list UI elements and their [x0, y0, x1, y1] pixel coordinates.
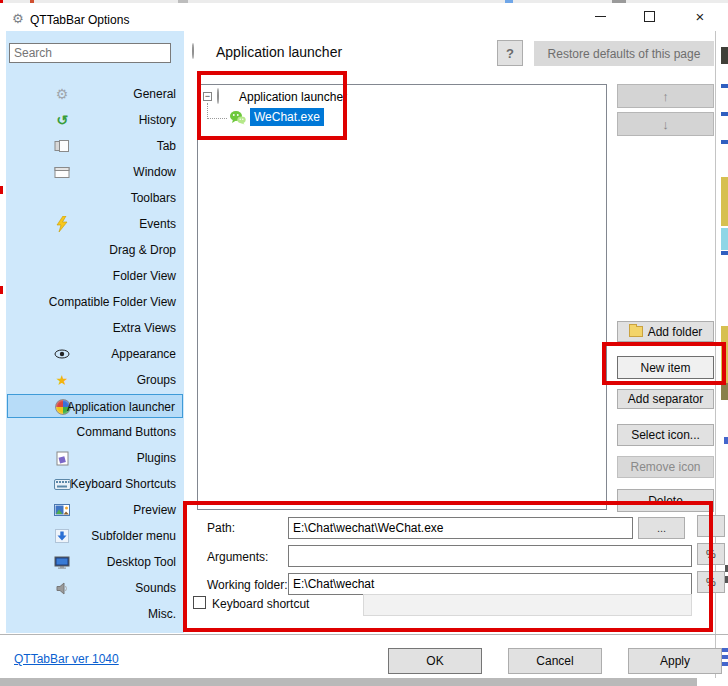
qttabbar-options-window: ⚙ QTTabBar Options × ⚙ General ↺ History…: [0, 0, 728, 686]
sidebar-item-preview[interactable]: Preview: [7, 498, 183, 522]
app-gear-icon: ⚙: [12, 11, 24, 26]
select-icon-button[interactable]: Select icon...: [617, 424, 714, 446]
page-title: Application launcher: [216, 44, 342, 60]
window-minimize-button[interactable]: [584, 3, 616, 29]
background-fragment: [721, 383, 728, 400]
down-arrow-icon: ↓: [662, 117, 669, 132]
browse-button[interactable]: ...: [638, 517, 685, 539]
speaker-icon: [51, 576, 73, 600]
search-input[interactable]: [9, 43, 171, 63]
sidebar-item-general[interactable]: ⚙ General: [7, 82, 183, 106]
background-fragment: [721, 251, 728, 255]
background-fragment: [721, 655, 728, 659]
keyboard-shortcut-label: Keyboard shortcut: [212, 597, 309, 611]
keyboard-shortcut-checkbox[interactable]: [193, 596, 206, 609]
sidebar-item-sounds[interactable]: Sounds: [7, 576, 183, 600]
tab-icon: [51, 134, 73, 158]
background-fragment: [721, 326, 728, 383]
delete-button[interactable]: Delete: [617, 489, 714, 512]
path-label: Path:: [207, 521, 235, 535]
sidebar-item-groups[interactable]: ★ Groups: [7, 368, 183, 392]
sidebar-item-desktop-tool[interactable]: Desktop Tool: [7, 550, 183, 574]
window-title: QTTabBar Options: [30, 13, 129, 27]
sidebar-item-folder-view[interactable]: Folder View: [7, 264, 183, 288]
folder-icon: [629, 326, 643, 337]
minimize-icon: [595, 16, 606, 17]
title-bar: ⚙ QTTabBar Options: [0, 3, 728, 31]
new-item-button[interactable]: New item: [617, 356, 714, 379]
sidebar-item-toolbars[interactable]: Toolbars: [7, 186, 183, 210]
up-arrow-icon: ↑: [662, 89, 669, 104]
eye-icon: [51, 342, 73, 366]
preview-image-icon: [51, 498, 73, 522]
ok-button[interactable]: OK: [388, 648, 482, 674]
working-folder-input[interactable]: [288, 573, 692, 595]
add-separator-button[interactable]: Add separator: [617, 389, 714, 409]
background-fragment: [721, 177, 728, 226]
tree-root-label[interactable]: Application launcher: [239, 90, 347, 104]
arguments-label: Arguments:: [207, 550, 268, 564]
close-icon: ×: [696, 9, 705, 24]
background-fragment: [724, 437, 728, 444]
keyboard-shortcut-input[interactable]: [363, 594, 692, 616]
sidebar-item-keyboard-shortcuts[interactable]: Keyboard Shortcuts: [7, 472, 183, 496]
working-folder-percent-button[interactable]: %: [697, 571, 725, 593]
apply-button[interactable]: Apply: [628, 648, 722, 674]
background-fragment: [721, 84, 728, 88]
tree-connector: [207, 103, 209, 119]
restore-defaults-button[interactable]: Restore defaults of this page: [534, 41, 714, 66]
sidebar-item-tab[interactable]: Tab: [7, 134, 183, 158]
sidebar-item-misc[interactable]: Misc.: [7, 602, 183, 626]
arguments-percent-button[interactable]: %: [697, 543, 725, 565]
red-annotation-tick: [0, 186, 3, 194]
maximize-icon: [644, 11, 655, 22]
sidebar-item-events[interactable]: Events: [7, 212, 183, 236]
background-fragment: [721, 47, 728, 64]
path-input[interactable]: [288, 517, 633, 539]
star-icon: ★: [51, 368, 73, 392]
cancel-button[interactable]: Cancel: [508, 648, 602, 674]
window-close-button[interactable]: ×: [684, 3, 716, 29]
background-fragment: [721, 112, 728, 116]
history-icon: ↺: [51, 108, 73, 132]
path-dot-button[interactable]: .: [697, 515, 725, 537]
add-folder-button[interactable]: Add folder: [617, 321, 714, 342]
tree-root-pie-icon: [217, 89, 219, 103]
background-fragment: [721, 662, 728, 666]
sidebar-item-application-launcher[interactable]: Application launcher: [7, 394, 183, 418]
plugin-icon: [51, 446, 73, 470]
sidebar-item-subfolder-menu[interactable]: Subfolder menu: [7, 524, 183, 548]
sidebar-item-history[interactable]: ↺ History: [7, 108, 183, 132]
tree-expander-icon[interactable]: −: [203, 92, 212, 101]
sidebar-item-appearance[interactable]: Appearance: [7, 342, 183, 366]
sidebar-item-extra-views[interactable]: Extra Views: [7, 316, 183, 340]
launcher-tree-panel[interactable]: [197, 84, 607, 510]
background-window-sliver-bottom: [0, 678, 697, 686]
gear-icon: ⚙: [51, 82, 73, 106]
page-launcher-pie-icon: [192, 44, 194, 58]
sidebar-item-command-buttons[interactable]: Command Buttons: [7, 420, 183, 444]
help-button[interactable]: ?: [497, 40, 523, 66]
remove-icon-button[interactable]: Remove icon: [617, 456, 714, 478]
version-link[interactable]: QTTabBar ver 1040: [14, 652, 119, 666]
window-maximize-button[interactable]: [633, 3, 665, 29]
footer-divider: [0, 634, 728, 635]
arguments-input[interactable]: [288, 545, 692, 567]
window-icon: [51, 160, 73, 184]
working-folder-label: Working folder:: [207, 578, 287, 592]
sidebar-item-plugins[interactable]: Plugins: [7, 446, 183, 470]
tree-connector: [208, 118, 227, 120]
monitor-icon: [51, 550, 73, 574]
wechat-icon: [229, 110, 246, 128]
lightning-icon: [51, 212, 73, 236]
background-fragment: [721, 648, 728, 652]
sidebar-item-drag-drop[interactable]: Drag & Drop: [7, 238, 183, 262]
sidebar-item-window[interactable]: Window: [7, 160, 183, 184]
move-up-button[interactable]: ↑: [617, 84, 714, 108]
down-arrow-icon: [51, 524, 73, 548]
red-annotation-tick: [0, 286, 3, 294]
tree-item-wechat[interactable]: WeChat.exe: [250, 108, 324, 126]
move-down-button[interactable]: ↓: [617, 112, 714, 136]
background-fragment: [721, 140, 728, 144]
sidebar-item-compatible-folder-view[interactable]: Compatible Folder View: [7, 290, 183, 314]
